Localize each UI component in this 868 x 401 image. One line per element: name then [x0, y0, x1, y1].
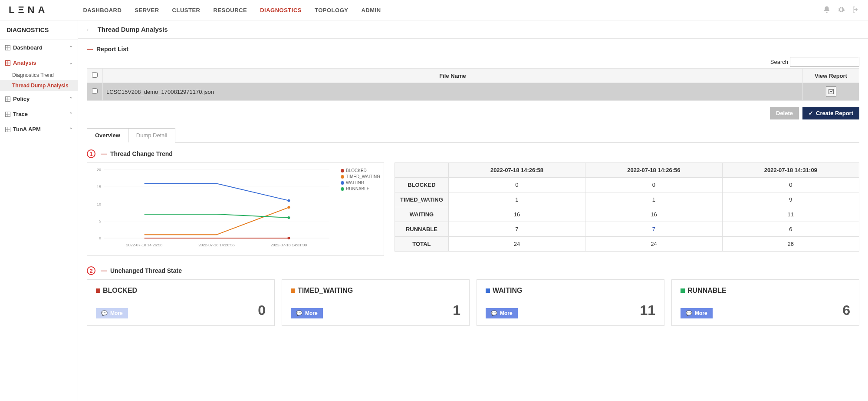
select-all-checkbox[interactable] — [92, 72, 98, 78]
trend-table-cell: 9 — [722, 192, 859, 207]
trend-table-row-label: WAITING — [395, 207, 449, 222]
report-list-title: Report List — [96, 46, 128, 53]
speech-icon: 💬 — [491, 310, 497, 316]
sidebar: DIAGNOSTICS Dashboard⌃Analysis⌄Diagnosti… — [0, 20, 78, 401]
back-icon[interactable]: ‹ — [87, 26, 89, 33]
svg-point-32 — [287, 216, 290, 219]
row-checkbox[interactable] — [92, 88, 98, 94]
svg-point-29 — [287, 237, 290, 239]
svg-text:5: 5 — [99, 219, 101, 223]
line-chart: 051015202022-07-18 14:26:582022-07-18 14… — [91, 166, 334, 249]
card-title: TIMED_WAITING — [291, 287, 460, 295]
nav-items: DASHBOARDSERVERCLUSTERRESOURCEDIAGNOSTIC… — [83, 7, 823, 13]
breadcrumb: ‹ Thread Dump Analysis — [78, 20, 868, 39]
nav-item-topology[interactable]: TOPOLOGY — [315, 7, 348, 13]
sidebar-subitem-thread-dump-analysis[interactable]: Thread Dump Analysis — [0, 80, 78, 91]
trend-table-cell: 6 — [722, 222, 859, 237]
content: ‹ Thread Dump Analysis — Report List Sea… — [78, 20, 868, 401]
legend-item-runnable: RUNNABLE — [341, 186, 380, 191]
speech-icon: 💬 — [686, 310, 692, 316]
create-report-label: Create Report — [816, 110, 853, 116]
card-title: RUNNABLE — [681, 287, 850, 295]
svg-text:10: 10 — [97, 202, 101, 206]
legend-item-timed_waiting: TIMED_WAITING — [341, 174, 380, 179]
trend-table-cell: 26 — [722, 237, 859, 252]
tab-dump-detail[interactable]: Dump Detail — [128, 128, 176, 143]
speech-icon: 💬 — [296, 310, 302, 316]
nav-item-resource[interactable]: RESOURCE — [214, 7, 247, 13]
tabs: OverviewDump Detail — [87, 128, 859, 143]
nav-item-server[interactable]: SERVER — [135, 7, 159, 13]
sidebar-item-trace[interactable]: Trace⌃ — [0, 106, 78, 122]
more-button[interactable]: 💬More — [486, 308, 518, 318]
col-view-report: View Report — [803, 69, 859, 83]
more-button[interactable]: 💬More — [291, 308, 323, 318]
sidebar-title: DIAGNOSTICS — [0, 20, 78, 40]
trend-table-row-label: TOTAL — [395, 237, 449, 252]
search-label: Search — [770, 59, 788, 65]
trend-table: 2022-07-18 14:26:582022-07-18 14:26:5620… — [395, 162, 859, 252]
trend-row: 051015202022-07-18 14:26:582022-07-18 14… — [87, 162, 859, 256]
trend-table-link[interactable]: 7 — [652, 226, 655, 232]
more-button[interactable]: 💬More — [681, 308, 713, 318]
sidebar-item-analysis[interactable]: Analysis⌄ — [0, 55, 78, 70]
svg-point-31 — [287, 199, 290, 202]
trend-table-row-label: BLOCKED — [395, 178, 449, 192]
sidebar-item-policy[interactable]: Policy⌃ — [0, 91, 78, 106]
svg-text:2022-07-18 14:31:09: 2022-07-18 14:31:09 — [271, 243, 307, 247]
gear-icon[interactable] — [837, 6, 845, 15]
chart-box: 051015202022-07-18 14:26:582022-07-18 14… — [87, 162, 384, 256]
trend-header: 1 — Thread Change Trend — [87, 149, 859, 158]
create-report-button[interactable]: ✓ Create Report — [802, 107, 859, 119]
trend-table-cell: 0 — [722, 178, 859, 192]
card-value: 0 — [258, 302, 266, 318]
unchanged-title: Unchanged Thread State — [110, 267, 182, 274]
table-row[interactable]: LCSC15V208_demo_1700812971170.json — [87, 83, 859, 101]
bell-icon[interactable] — [823, 6, 831, 15]
state-card-blocked: BLOCKED💬More0 — [87, 279, 275, 326]
cards-row: BLOCKED💬More0TIMED_WAITING💬More1WAITING💬… — [87, 279, 859, 326]
action-row: Delete ✓ Create Report — [87, 107, 859, 119]
col-file-name: File Name — [103, 69, 803, 83]
svg-text:20: 20 — [97, 168, 101, 172]
trend-table-cell: 11 — [722, 207, 859, 222]
page-title: Thread Dump Analysis — [98, 26, 168, 33]
sidebar-item-tuna-apm[interactable]: TunA APM⌃ — [0, 122, 78, 137]
delete-button[interactable]: Delete — [770, 107, 799, 119]
state-card-timed_waiting: TIMED_WAITING💬More1 — [282, 279, 470, 326]
topbar: LΞNA DASHBOARDSERVERCLUSTERRESOURCEDIAGN… — [0, 0, 868, 20]
dash-icon: — — [87, 46, 93, 53]
trend-table-cell: 24 — [448, 237, 585, 252]
svg-text:0: 0 — [99, 236, 101, 240]
search-input[interactable] — [790, 57, 859, 66]
trend-table-cell: 1 — [585, 192, 722, 207]
view-report-button[interactable] — [826, 86, 836, 97]
nav-item-dashboard[interactable]: DASHBOARD — [83, 7, 122, 13]
logo: LΞNA — [9, 4, 48, 16]
card-title: BLOCKED — [96, 287, 266, 295]
trend-table-row-label: TIMED_WATING — [395, 192, 449, 207]
nav-item-admin[interactable]: ADMIN — [361, 7, 381, 13]
nav-item-diagnostics[interactable]: DIAGNOSTICS — [260, 7, 302, 13]
search-row: Search — [87, 57, 859, 66]
status-square-icon — [486, 288, 490, 293]
svg-text:2022-07-18 14:26:56: 2022-07-18 14:26:56 — [198, 243, 235, 247]
check-icon: ✓ — [809, 110, 813, 116]
svg-text:15: 15 — [97, 185, 101, 189]
card-value: 1 — [453, 302, 460, 318]
file-name-cell: LCSC15V208_demo_1700812971170.json — [103, 83, 803, 101]
trend-table-row-label: RUNNABLE — [395, 222, 449, 237]
trend-table-cell: 0 — [585, 178, 722, 192]
logout-icon[interactable] — [852, 6, 859, 15]
trend-table-col: 2022-07-18 14:31:09 — [722, 163, 859, 178]
trend-table-col: 2022-07-18 14:26:56 — [585, 163, 722, 178]
sidebar-item-dashboard[interactable]: Dashboard⌃ — [0, 40, 78, 55]
svg-point-30 — [287, 206, 290, 209]
sidebar-subitem-diagnostics-trend[interactable]: Diagnostics Trend — [0, 70, 78, 80]
tab-overview[interactable]: Overview — [87, 128, 128, 143]
trend-table-col: 2022-07-18 14:26:58 — [448, 163, 585, 178]
annotation-badge-1: 1 — [87, 149, 95, 158]
annotation-badge-2: 2 — [87, 266, 95, 275]
nav-item-cluster[interactable]: CLUSTER — [172, 7, 201, 13]
dash-icon: — — [101, 150, 107, 157]
